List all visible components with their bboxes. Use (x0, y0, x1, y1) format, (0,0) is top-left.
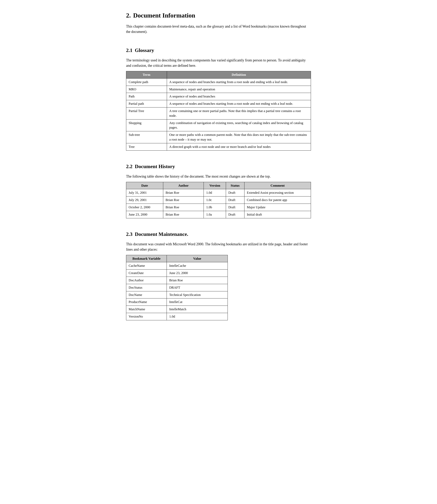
bookmark-header-row: Bookmark Variable Value (126, 255, 228, 262)
history-col-version: Version (204, 182, 226, 189)
history-cell-date: July 31, 2001 (126, 189, 163, 196)
history-cell-author: Brian Roe (163, 211, 204, 218)
glossary-definition: A tree containing one or more partial pa… (167, 107, 311, 119)
bookmark-variable: VersionNo (126, 313, 167, 320)
bookmark-row: DocStatusDRAFT (126, 284, 228, 291)
history-cell-version: 1.0c (204, 196, 226, 204)
bookmark-row: DocAuthorBrian Roe (126, 277, 228, 284)
glossary-definition: A sequence of nodes and branches startin… (167, 100, 311, 107)
bookmark-row: VersionNo1.0d (126, 313, 228, 320)
history-cell-comment: Extended Assist processing section (244, 189, 311, 196)
section-21: 2.1 Glossary The terminology used in des… (126, 40, 311, 151)
glossary-term: Sub-tree (126, 131, 167, 143)
bookmark-value: IntelleMatch (167, 306, 228, 313)
section-2-title: Document Information (133, 12, 195, 19)
history-cell-author: Brian Roe (163, 189, 204, 196)
glossary-term: Partial path (126, 100, 167, 107)
history-cell-status: Draft (226, 196, 244, 204)
section-2: 2. Document Information This chapter con… (126, 12, 311, 34)
history-cell-status: Draft (226, 211, 244, 218)
bookmark-col-variable: Bookmark Variable (126, 255, 167, 262)
glossary-term: Path (126, 93, 167, 100)
history-cell-version: 1.0b (204, 204, 226, 211)
glossary-header-row: Term Definition (126, 71, 311, 79)
bookmark-variable: ProductName (126, 298, 167, 306)
glossary-row: MROMaintenance, repair and operation (126, 86, 311, 93)
history-header-row: Date Author Version Status Comment (126, 182, 311, 189)
bookmark-row: CacheNameIntelleCache (126, 262, 228, 269)
bookmark-value: Technical Specification (167, 291, 228, 298)
glossary-definition: Maintenance, repair and operation (167, 86, 311, 93)
history-col-comment: Comment (244, 182, 311, 189)
history-cell-comment: Initial draft (244, 211, 311, 218)
section-22-title: Document History (135, 164, 175, 170)
bookmark-variable: MatchName (126, 306, 167, 313)
history-cell-date: October 2, 2000 (126, 204, 163, 211)
bookmark-value: Brian Roe (167, 277, 228, 284)
section-23-number: 2.3 (126, 231, 133, 237)
bookmark-row: MatchNameIntelleMatch (126, 306, 228, 313)
history-cell-comment: Combined docs for patent app (244, 196, 311, 204)
section-21-intro: The terminology used in describing the s… (126, 58, 311, 68)
bookmark-row: DocNameTechnical Specification (126, 291, 228, 298)
section-22-header: 2.2 Document History (126, 156, 311, 172)
section-23-header: 2.3 Document Maintenance. (126, 224, 311, 240)
glossary-row: Sub-treeOne or more paths with a common … (126, 131, 311, 143)
glossary-term: Shopping (126, 119, 167, 131)
glossary-row: PathA sequence of nodes and branches (126, 93, 311, 100)
glossary-col-term: Term (126, 71, 167, 79)
history-row: July 31, 2001Brian Roe1.0dDraftExtended … (126, 189, 311, 196)
section-23-title: Document Maintenance. (135, 231, 189, 237)
history-col-author: Author (163, 182, 204, 189)
history-cell-status: Draft (226, 189, 244, 196)
history-row: July 29, 2001Brian Roe1.0cDraftCombined … (126, 196, 311, 204)
history-cell-date: June 23, 2000 (126, 211, 163, 218)
glossary-term: Complete path (126, 78, 167, 86)
glossary-term: Tree (126, 143, 167, 150)
glossary-row: Partial TreeA tree containing one or mor… (126, 107, 311, 119)
glossary-table: Term Definition Complete pathA sequence … (126, 71, 311, 151)
glossary-row: Complete pathA sequence of nodes and bra… (126, 78, 311, 86)
glossary-definition: A sequence of nodes and branches startin… (167, 78, 311, 86)
section-23-intro: This document was created with Microsoft… (126, 242, 311, 252)
bookmark-col-value: Value (167, 255, 228, 262)
glossary-row: ShoppingAny combination of navigation of… (126, 119, 311, 131)
history-cell-version: 1.0a (204, 211, 226, 218)
section-23: 2.3 Document Maintenance. This document … (126, 224, 311, 320)
glossary-definition: A sequence of nodes and branches (167, 93, 311, 100)
section-21-header: 2.1 Glossary (126, 40, 311, 56)
glossary-definition: Any combination of navigation of existin… (167, 119, 311, 131)
history-col-date: Date (126, 182, 163, 189)
history-cell-comment: Major Update (244, 204, 311, 211)
glossary-col-definition: Definition (167, 71, 311, 79)
section-2-number: 2. (126, 12, 131, 19)
history-cell-version: 1.0d (204, 189, 226, 196)
history-row: June 23, 2000Brian Roe1.0aDraftInitial d… (126, 211, 311, 218)
bookmark-value: June 23, 2000 (167, 269, 228, 277)
glossary-term: MRO (126, 86, 167, 93)
glossary-definition: A directed graph with a root node and on… (167, 143, 311, 150)
glossary-term: Partial Tree (126, 107, 167, 119)
section-2-header: 2. Document Information (126, 12, 311, 22)
section-22: 2.2 Document History The following table… (126, 156, 311, 218)
bookmark-row: ProductNameIntelleCat (126, 298, 228, 306)
bookmark-table: Bookmark Variable Value CacheNameIntelle… (126, 255, 228, 320)
section-22-number: 2.2 (126, 164, 133, 170)
history-cell-date: July 29, 2001 (126, 196, 163, 204)
bookmark-variable: DocStatus (126, 284, 167, 291)
bookmark-value: IntelleCat (167, 298, 228, 306)
section-2-intro: This chapter contains document-level met… (126, 24, 311, 34)
bookmark-row: CreateDateJune 23, 2000 (126, 269, 228, 277)
bookmark-value: IntelleCache (167, 262, 228, 269)
history-table: Date Author Version Status Comment July … (126, 182, 311, 218)
bookmark-value: 1.0d (167, 313, 228, 320)
history-cell-author: Brian Roe (163, 204, 204, 211)
glossary-definition: One or more paths with a common parent n… (167, 131, 311, 143)
glossary-row: TreeA directed graph with a root node an… (126, 143, 311, 150)
bookmark-variable: CacheName (126, 262, 167, 269)
glossary-row: Partial pathA sequence of nodes and bran… (126, 100, 311, 107)
bookmark-variable: CreateDate (126, 269, 167, 277)
history-col-status: Status (226, 182, 244, 189)
bookmark-variable: DocAuthor (126, 277, 167, 284)
section-21-title: Glossary (135, 47, 154, 53)
